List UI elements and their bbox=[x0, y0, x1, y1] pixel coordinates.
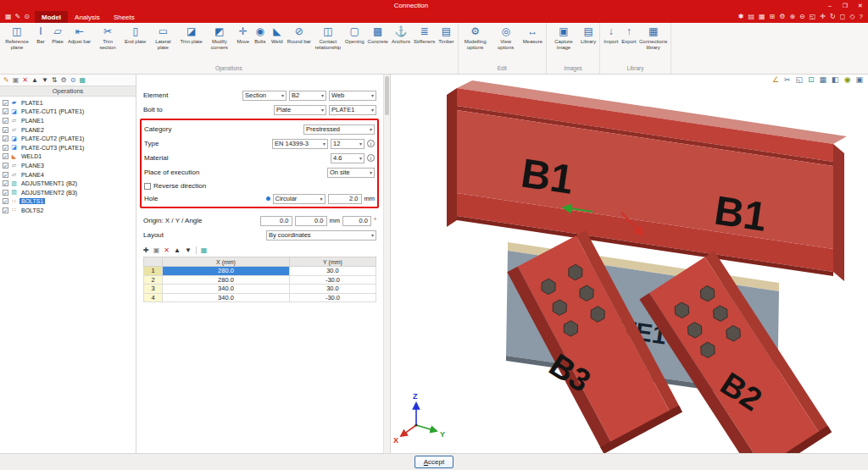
origin-y-input[interactable]: 0.0 bbox=[295, 216, 327, 226]
modelling-options-button[interactable]: ⚙ Modelling options bbox=[460, 24, 491, 51]
ribbon-tab[interactable]: Model bbox=[35, 11, 68, 23]
edit-icon[interactable]: ✎ bbox=[15, 11, 21, 23]
operation-tree-item[interactable]: PLATE-CUT1 (PLATE1) bbox=[0, 108, 136, 117]
export-button[interactable]: ↑ Export bbox=[620, 24, 637, 46]
move-down-icon[interactable]: ▼ bbox=[42, 76, 48, 84]
clipping-icon[interactable]: ✂ bbox=[784, 75, 791, 84]
item-checkbox[interactable] bbox=[3, 180, 8, 186]
item-checkbox[interactable] bbox=[3, 207, 8, 213]
element-type-select[interactable]: Section▾ bbox=[242, 91, 287, 101]
row-number-cell[interactable]: 4 bbox=[144, 293, 163, 302]
material-info-icon[interactable]: i bbox=[367, 154, 375, 162]
hole-shape-select[interactable]: Circular▾ bbox=[273, 194, 326, 204]
weld-button[interactable]: ◣ Weld bbox=[269, 24, 286, 46]
maximize-button[interactable]: ❐ bbox=[837, 0, 853, 11]
measure-button[interactable]: ↔ Measure bbox=[521, 24, 544, 46]
rotate-view-icon[interactable]: ↻ bbox=[830, 11, 836, 23]
minimize-button[interactable]: – bbox=[822, 0, 837, 11]
y-value-cell[interactable]: -30.0 bbox=[290, 275, 376, 285]
operation-tree-item[interactable]: PLANE4 bbox=[0, 170, 136, 180]
origin-x-input[interactable]: 0.0 bbox=[260, 216, 292, 226]
operation-tree-item[interactable]: BOLTS1 bbox=[0, 197, 136, 207]
table-row[interactable]: 1 280.0 30.0 bbox=[144, 267, 376, 276]
workplane-icon[interactable]: ◱ bbox=[796, 75, 804, 84]
columns-icon[interactable]: ▦ bbox=[79, 76, 86, 84]
anchors-button[interactable]: ⚓ Anchors bbox=[390, 24, 412, 46]
sort-icon[interactable]: ⇅ bbox=[52, 76, 58, 84]
copy-icon[interactable]: ▣ bbox=[13, 76, 19, 84]
operation-tree-item[interactable]: PLANE2 bbox=[0, 125, 136, 135]
item-checkbox[interactable] bbox=[3, 163, 8, 169]
zoom-fit-icon[interactable]: ⊡ bbox=[808, 75, 815, 84]
front-view-icon[interactable]: ◻ bbox=[840, 11, 846, 23]
shaded-view-icon[interactable]: ◧ bbox=[832, 75, 839, 84]
connections-library-button[interactable]: ▦ Connections library bbox=[638, 24, 669, 51]
calculator-icon[interactable]: ⊞ bbox=[770, 11, 776, 23]
row-number-cell[interactable]: 1 bbox=[144, 267, 163, 276]
edit-icon[interactable]: ✎ bbox=[3, 76, 9, 84]
column-y-header[interactable]: Y (mm) bbox=[290, 257, 376, 267]
category-select[interactable]: Prestressed▾ bbox=[303, 124, 375, 135]
settings-icon[interactable]: ⚙ bbox=[779, 11, 785, 23]
iso-view-icon[interactable]: ◇ bbox=[849, 11, 854, 23]
trim-section-button[interactable]: ✂ Trim section bbox=[92, 24, 123, 51]
ribbon-tab[interactable]: Sheets bbox=[107, 11, 142, 23]
operation-tree-item[interactable]: ADJUSTMENT2 (B3) bbox=[0, 188, 136, 197]
row-number-cell[interactable]: 3 bbox=[144, 285, 163, 294]
table-row[interactable]: 4 340.0 -30.0 bbox=[144, 293, 376, 302]
search-icon[interactable]: ⊙ bbox=[24, 11, 30, 23]
bolt-to-type-select[interactable]: Plate▾ bbox=[274, 105, 326, 115]
model-canvas[interactable]: PLATE1 B1 B1 bbox=[391, 75, 868, 453]
table-row[interactable]: 2 280.0 -30.0 bbox=[144, 275, 376, 285]
pan-icon[interactable]: ✛ bbox=[820, 11, 826, 23]
item-checkbox[interactable] bbox=[3, 100, 8, 106]
accept-button[interactable]: Accept bbox=[415, 456, 453, 468]
hole-clearance-input[interactable]: 2.0 bbox=[328, 194, 362, 204]
element-part-select[interactable]: Web▾ bbox=[329, 91, 376, 101]
bolt-to-target-select[interactable]: PLATE1▾ bbox=[329, 105, 376, 115]
help-icon[interactable]: ? bbox=[860, 11, 863, 23]
table-settings-icon[interactable]: ▦ bbox=[201, 246, 208, 254]
copy-row-icon[interactable]: ▣ bbox=[153, 246, 160, 254]
adjust-bar-button[interactable]: ⇤ Adjust bar bbox=[66, 24, 92, 46]
concrete-button[interactable]: ▩ Concrete bbox=[366, 24, 390, 46]
reverse-direction-checkbox[interactable] bbox=[144, 183, 151, 190]
lateral-plate-button[interactable]: ▭ Lateral plate bbox=[147, 24, 178, 51]
timber-button[interactable]: ▤ Timber bbox=[437, 24, 455, 46]
bar-button[interactable]: I Bar bbox=[32, 24, 49, 46]
item-checkbox[interactable] bbox=[3, 198, 8, 204]
item-checkbox[interactable] bbox=[3, 145, 8, 151]
ribbon-tab[interactable]: Analysis bbox=[68, 11, 107, 23]
bolt-standard-select[interactable]: EN 14399-3▾ bbox=[272, 139, 328, 149]
x-value-cell[interactable]: 340.0 bbox=[163, 285, 290, 294]
app-menu-icon[interactable]: ▦ bbox=[5, 11, 12, 23]
move-button[interactable]: ✛ Move bbox=[235, 24, 252, 46]
zoom-all-icon[interactable]: ◱ bbox=[810, 11, 816, 23]
item-checkbox[interactable] bbox=[3, 190, 8, 196]
round-bar-button[interactable]: ⊘ Round bar bbox=[286, 24, 313, 46]
opening-button[interactable]: ▢ Opening bbox=[343, 24, 366, 46]
zoom-in-icon[interactable]: ⊕ bbox=[789, 11, 795, 23]
add-row-icon[interactable]: ✚ bbox=[143, 246, 149, 254]
column-x-header[interactable]: X (mm) bbox=[163, 257, 290, 267]
y-value-cell[interactable]: -30.0 bbox=[290, 293, 376, 302]
element-member-select[interactable]: B2▾ bbox=[289, 91, 326, 101]
modify-corners-button[interactable]: ◩ Modify corners bbox=[204, 24, 235, 51]
labels-icon[interactable]: ◉ bbox=[844, 75, 851, 84]
row-up-icon[interactable]: ▲ bbox=[174, 246, 181, 254]
close-button[interactable]: ✕ bbox=[853, 0, 868, 11]
properties-scrollbar[interactable] bbox=[383, 75, 390, 453]
operation-tree-item[interactable]: BOLTS2 bbox=[0, 206, 136, 215]
item-checkbox[interactable] bbox=[3, 118, 8, 124]
item-checkbox[interactable] bbox=[3, 172, 8, 178]
item-checkbox[interactable] bbox=[3, 153, 8, 159]
wireframe-icon[interactable]: ▦ bbox=[820, 75, 827, 84]
measure-icon[interactable]: ∠ bbox=[772, 75, 779, 84]
operation-tree-item[interactable]: PLATE-CUT2 (PLATE1) bbox=[0, 134, 136, 143]
contact-relationship-button[interactable]: ◫ Contact relationship bbox=[313, 24, 343, 51]
settings-icon[interactable]: ⚙ bbox=[61, 76, 67, 84]
scrollbar-thumb[interactable] bbox=[385, 76, 389, 115]
row-down-icon[interactable]: ▼ bbox=[185, 246, 192, 254]
operation-tree-item[interactable]: PLANE3 bbox=[0, 161, 136, 170]
beam-b1-member[interactable]: B1 B1 bbox=[447, 80, 847, 281]
